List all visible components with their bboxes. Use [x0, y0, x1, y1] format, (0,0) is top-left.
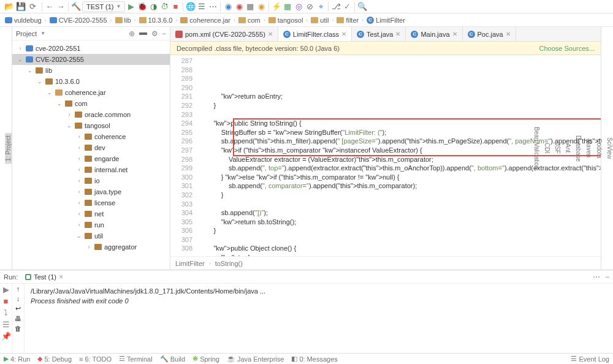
search-icon[interactable]: 🔍: [357, 2, 367, 12]
app-icon-1[interactable]: ◉: [223, 2, 233, 12]
spacer-icon[interactable]: ⋯: [208, 2, 218, 12]
profile-icon[interactable]: ⏱: [159, 2, 169, 12]
chevron-icon[interactable]: ›: [76, 145, 82, 151]
exit-icon[interactable]: ⤵: [4, 308, 8, 317]
code-line[interactable]: StringBuffer sb = "kw">new StringBuffer(…: [199, 128, 601, 137]
print-icon[interactable]: 🖶: [15, 315, 21, 322]
app-icon-4[interactable]: ◉: [256, 2, 266, 12]
layout-icon[interactable]: ☰: [2, 320, 10, 329]
chevron-icon[interactable]: ›: [76, 200, 82, 206]
down-icon[interactable]: ↓: [17, 295, 20, 302]
app-icon-7[interactable]: ◎: [294, 2, 303, 12]
tree-item[interactable]: ›io: [12, 175, 170, 186]
close-icon[interactable]: ✕: [395, 31, 400, 37]
tool-structure[interactable]: 7: Structure: [0, 230, 1, 267]
tree-item[interactable]: ›coherence: [12, 131, 170, 142]
run-tab[interactable]: Test (1) ✕: [23, 273, 66, 281]
app-icon-6[interactable]: ▦: [283, 2, 292, 12]
code-line[interactable]: [199, 110, 601, 119]
code-line[interactable]: "kw">public Object clone() {: [199, 244, 601, 253]
tree-item[interactable]: ⌄util: [12, 230, 170, 241]
save-icon[interactable]: 💾: [16, 2, 26, 12]
close-icon[interactable]: ✕: [341, 31, 346, 37]
close-icon[interactable]: ✕: [506, 31, 511, 37]
chevron-down-icon[interactable]: ▼: [40, 31, 45, 36]
code-line[interactable]: "kw">try {: [199, 253, 601, 256]
status-item[interactable]: ❋Spring: [192, 355, 219, 363]
status-item[interactable]: ☕Java Enterprise: [227, 355, 284, 363]
tree-item[interactable]: ⌄CVE-2020-2555: [12, 54, 170, 65]
chevron-icon[interactable]: ›: [76, 222, 82, 228]
tree-item[interactable]: ⌄com: [12, 98, 170, 109]
code-line[interactable]: ValueExtractor extractor = (ValueExtract…: [199, 155, 601, 164]
crumb[interactable]: LimitFilter: [175, 260, 205, 267]
code-line[interactable]: sb.append("])");: [199, 208, 601, 218]
code-editor[interactable]: 2872882892902912922932942952962972982993…: [170, 55, 601, 256]
app-icon-3[interactable]: ▦: [245, 2, 255, 12]
chevron-icon[interactable]: ›: [86, 244, 92, 250]
chevron-icon[interactable]: ›: [76, 178, 82, 184]
run-icon[interactable]: ▶: [126, 2, 136, 12]
run-output[interactable]: /Library/Java/JavaVirtualMachines/jdk1.8…: [25, 284, 613, 353]
status-item[interactable]: ☲Terminal: [119, 355, 153, 363]
chevron-icon[interactable]: ›: [76, 134, 82, 140]
app-icon-5[interactable]: ⚡: [272, 2, 281, 12]
browser-icon[interactable]: 🌐: [186, 2, 196, 12]
tree-item[interactable]: ⌄10.3.6.0: [12, 76, 170, 87]
chevron-icon[interactable]: ⌄: [76, 233, 82, 239]
code-line[interactable]: sb.append(", comparator=").append("this"…: [199, 181, 601, 191]
breadcrumb-item[interactable]: com: [237, 17, 262, 24]
code-line[interactable]: [199, 200, 601, 209]
editor-tab[interactable]: CPoc.java✕: [463, 27, 516, 41]
tree-item[interactable]: ›engarde: [12, 153, 170, 164]
code-content[interactable]: "kw">return aoEntry; } "kw">public Strin…: [196, 55, 601, 256]
hammer-icon[interactable]: 🔨: [71, 2, 81, 12]
gear-icon[interactable]: ⚙: [151, 29, 158, 38]
code-line[interactable]: [199, 235, 601, 245]
hide-icon[interactable]: −: [162, 29, 166, 38]
code-line[interactable]: }: [199, 226, 601, 235]
breadcrumb-item[interactable]: lib: [114, 17, 132, 24]
chevron-icon[interactable]: ›: [76, 156, 82, 162]
close-icon[interactable]: ✕: [452, 31, 457, 37]
code-line[interactable]: "kw">return sb.toString();: [199, 218, 601, 227]
coverage-icon[interactable]: ◑: [148, 2, 158, 12]
gear-icon[interactable]: ⋯: [593, 273, 600, 281]
status-item[interactable]: ◆5: Debug: [37, 355, 72, 363]
status-item[interactable]: ≡6: TODO: [79, 355, 112, 363]
tree-item[interactable]: ›aggregator: [12, 241, 170, 252]
code-line[interactable]: "kw">public String toString() {: [199, 119, 601, 128]
code-line[interactable]: [199, 83, 601, 93]
status-item[interactable]: ▶4: Run: [4, 355, 30, 363]
code-line[interactable]: sb.append("this">this.m_filter).append("…: [199, 137, 601, 146]
locate-icon[interactable]: ⊕: [129, 29, 135, 38]
tree-item[interactable]: ⌄tangosol: [12, 120, 170, 131]
tree-item[interactable]: ›java.type: [12, 186, 170, 197]
code-line[interactable]: "kw">return aoEntry;: [199, 92, 601, 101]
stop-icon[interactable]: ■: [4, 297, 9, 306]
chevron-icon[interactable]: ›: [76, 189, 82, 195]
indent-icon[interactable]: ☰: [197, 2, 207, 12]
breadcrumb-item[interactable]: CLimitFilter: [365, 17, 406, 24]
code-line[interactable]: "kw">if ("this">this.m_comparator "kw">i…: [199, 146, 601, 155]
choose-sources-link[interactable]: Choose Sources...: [539, 45, 595, 52]
event-log[interactable]: ☰Event Log: [571, 355, 609, 363]
tree-item[interactable]: ⌄coherence.jar: [12, 87, 170, 98]
pin-icon[interactable]: 📌: [1, 332, 11, 341]
breadcrumb-item[interactable]: filter: [335, 17, 360, 24]
breadcrumb-item[interactable]: 10.3.6.0: [138, 17, 174, 24]
git-icon[interactable]: ⎇: [331, 2, 341, 12]
tree-item[interactable]: ›license: [12, 197, 170, 208]
collapse-icon[interactable]: ➖: [139, 29, 148, 38]
refresh-icon[interactable]: ⟳: [28, 2, 37, 12]
chevron-icon[interactable]: ›: [66, 112, 72, 118]
run-config-dropdown[interactable]: TEST (1) ▼: [82, 1, 125, 12]
close-icon[interactable]: ✕: [268, 31, 273, 37]
chevron-icon[interactable]: ⌄: [66, 123, 72, 129]
code-line[interactable]: }: [199, 101, 601, 110]
stop-icon[interactable]: ■: [170, 2, 180, 12]
editor-tab[interactable]: pom.xml (CVE-2020-2555)✕: [170, 27, 278, 41]
tree-item[interactable]: ›cve-2020-2551: [12, 43, 170, 54]
chevron-icon[interactable]: ⌄: [17, 56, 23, 63]
tree-item[interactable]: ›run: [12, 219, 170, 230]
